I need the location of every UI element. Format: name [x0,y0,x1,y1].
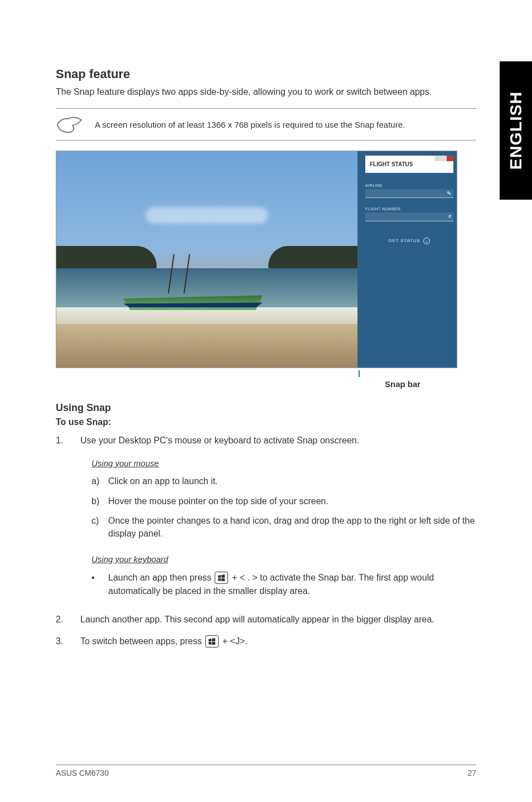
step-1-text: Use your Desktop PC's mouse or keyboard … [80,434,476,447]
page-content: Snap feature The Snap feature displays t… [0,28,532,648]
steps-list: 1. Use your Desktop PC's mouse or keyboa… [56,434,476,648]
snap-feature-intro: The Snap feature displays two apps side-… [56,86,476,98]
flight-status-title: FLIGHT STATUS [370,161,413,167]
language-tab-label: ENGLISH [506,91,525,170]
get-status-button: GET STATUS ⌕ [361,238,457,244]
language-tab: ENGLISH [500,61,532,200]
airline-field-group: AIRLINE ✎ [365,183,453,198]
airline-label: AIRLINE [365,183,453,187]
using-snap-title: Using Snap [56,402,476,414]
get-status-label: GET STATUS [389,239,420,244]
note-text: A screen resolution of at least 1366 x 7… [95,120,405,129]
footer-model: ASUS CM6730 [56,769,109,777]
step-1: 1. Use your Desktop PC's mouse or keyboa… [56,434,476,603]
step-number: 3. [56,635,80,648]
keyboard-bullet-pre: Launch an app then press [108,573,214,582]
snap-bar-indicator [56,370,457,378]
mouse-step-c: c) Once the pointer changes to a hand ic… [91,514,476,540]
search-circle-icon: ⌕ [423,238,430,244]
hash-icon: # [448,214,451,219]
mouse-steps: a) Click on an app to launch it. b) Hove… [91,475,476,540]
note-block: A screen resolution of at least 1366 x 7… [56,108,476,141]
pencil-icon: ✎ [447,190,451,196]
snap-screenshot: FLIGHT STATUS AIRLINE ✎ FLIGHT NUMBER # … [56,151,457,368]
windows-key-icon [215,572,228,584]
window-controls-icon [434,156,453,161]
right-app-flight-status: FLIGHT STATUS AIRLINE ✎ FLIGHT NUMBER # … [361,151,457,368]
step-3-pre: To switch between apps, press [80,636,204,646]
windows-key-icon [205,635,219,648]
hand-note-icon [56,114,84,134]
step-3-post: + <J>. [223,636,248,646]
mouse-step-b: b) Hover the mouse pointer on the top si… [91,495,476,508]
keyboard-steps: • Launch an app then press + < . > to ac… [91,571,476,597]
left-app-photo [56,151,357,368]
step-2: 2. Launch another app. This second app w… [56,613,476,626]
flight-status-card: FLIGHT STATUS [365,156,453,173]
step-number: 1. [56,434,80,603]
snap-bar-label: Snap bar [56,379,457,389]
boat-illustration [123,271,263,316]
flight-number-field-group: FLIGHT NUMBER # [365,207,453,221]
flight-number-label: FLIGHT NUMBER [365,207,453,211]
using-mouse-heading: Using your mouse [91,457,476,470]
snap-feature-title: Snap feature [56,67,476,81]
to-use-snap: To use Snap: [56,417,476,427]
footer-page-number: 27 [467,769,476,777]
using-keyboard-heading: Using your keyboard [91,553,476,566]
flight-number-input: # [365,212,453,221]
page-footer: ASUS CM6730 27 [56,765,476,777]
step-number: 2. [56,613,80,626]
airline-input: ✎ [365,189,453,198]
step-3: 3. To switch between apps, press + <J>. [56,635,476,648]
mouse-step-a: a) Click on an app to launch it. [91,475,476,487]
keyboard-step: • Launch an app then press + < . > to ac… [91,571,476,597]
